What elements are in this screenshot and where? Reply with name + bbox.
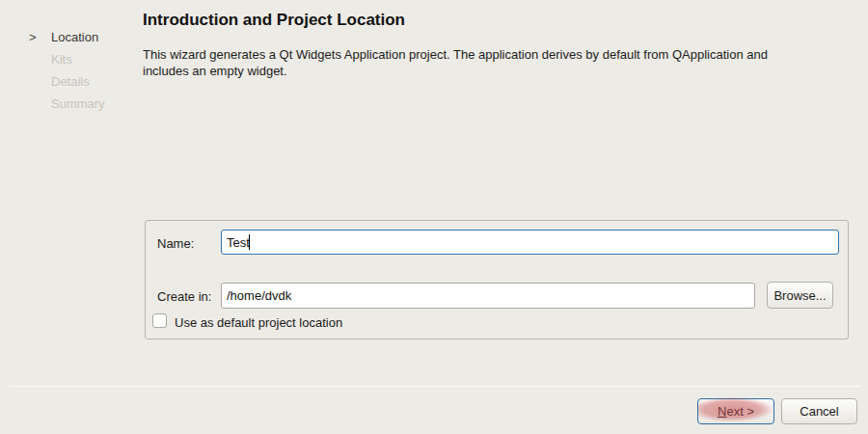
wizard-steps: > Location Kits Details Summary [29,26,105,115]
browse-button[interactable]: Browse... [767,282,833,309]
default-location-checkbox-label: Use as default project location [175,315,342,330]
step-location: > Location [29,26,105,48]
project-name-input[interactable] [221,230,839,255]
step-summary: Summary [29,93,105,115]
text-cursor [249,234,250,250]
step-label: Location [51,30,98,44]
default-location-checkbox[interactable] [152,313,167,328]
step-kits: Kits [29,48,105,70]
create-in-path-input[interactable] [221,283,755,309]
chevron-right-icon: > [29,26,37,48]
next-button[interactable]: Next > [697,398,774,424]
step-label: Details [51,74,90,89]
cancel-button[interactable]: Cancel [781,398,857,424]
footer-divider [10,386,861,387]
next-button-mnemonic: N [718,404,726,419]
wizard-description: This wizard generates a Qt Widgets Appli… [143,46,799,79]
name-label: Name: [157,236,194,251]
create-in-label: Create in: [157,289,211,304]
step-label: Kits [51,52,72,67]
step-details: Details [29,70,105,93]
next-button-label: ext > [726,404,754,419]
page-title: Introduction and Project Location [143,11,405,30]
step-label: Summary [51,96,105,111]
